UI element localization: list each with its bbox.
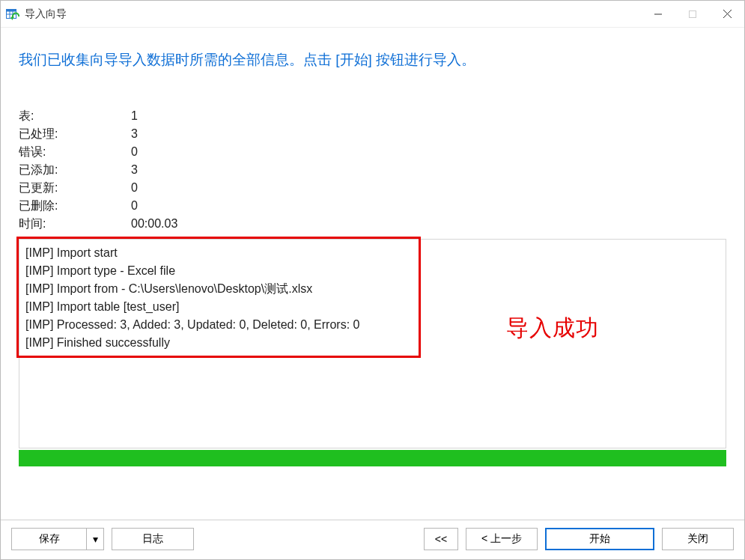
- stat-updated-label: 已更新:: [19, 179, 131, 197]
- svg-rect-7: [690, 10, 696, 17]
- window-title: 导入向导: [25, 7, 67, 21]
- import-wizard-window: 导入向导 我们已收集向导导入数据时所需的全部信息。点击 [开始] 按钮进行导入。…: [0, 0, 745, 560]
- start-button[interactable]: 开始: [545, 528, 654, 550]
- stat-added-label: 已添加:: [19, 161, 131, 179]
- stat-errors-value: 0: [131, 143, 138, 161]
- annotation-success-text: 导入成功: [506, 313, 599, 344]
- content-area: 我们已收集向导导入数据时所需的全部信息。点击 [开始] 按钮进行导入。 表: 1…: [1, 28, 744, 520]
- save-button-group: 保存 ▾: [11, 528, 104, 550]
- titlebar: 导入向导: [1, 1, 744, 28]
- progress-bar: [19, 450, 726, 466]
- button-bar: 保存 ▾ 日志 << < 上一步 开始 关闭: [1, 520, 744, 559]
- chevron-down-icon: ▾: [93, 533, 98, 545]
- minimize-button[interactable]: [641, 1, 675, 28]
- stat-processed-value: 3: [131, 125, 138, 143]
- stat-tables-value: 1: [131, 107, 138, 125]
- stat-updated-value: 0: [131, 179, 138, 197]
- close-button[interactable]: 关闭: [662, 528, 734, 550]
- window-controls: [641, 1, 744, 28]
- stat-errors-label: 错误:: [19, 143, 131, 161]
- stat-time-value: 00:00.03: [131, 215, 177, 233]
- maximize-button: [675, 1, 710, 28]
- instruction-text: 我们已收集向导导入数据时所需的全部信息。点击 [开始] 按钮进行导入。: [19, 50, 726, 70]
- log-panel: [IMP] Import start [IMP] Import type - E…: [19, 239, 726, 448]
- stat-tables-label: 表:: [19, 107, 131, 125]
- stat-deleted-value: 0: [131, 197, 138, 215]
- first-step-button[interactable]: <<: [424, 528, 458, 550]
- close-window-button[interactable]: [710, 1, 744, 28]
- import-stats: 表: 1 已处理: 3 错误: 0 已添加: 3 已更新: 0 已删除: 0: [19, 107, 726, 233]
- stat-processed-label: 已处理:: [19, 125, 131, 143]
- save-button[interactable]: 保存: [11, 528, 86, 550]
- prev-step-button[interactable]: < 上一步: [466, 528, 538, 550]
- table-import-icon: [5, 7, 20, 22]
- log-textarea[interactable]: [IMP] Import start [IMP] Import type - E…: [19, 240, 726, 448]
- svg-rect-1: [7, 9, 16, 11]
- save-dropdown-button[interactable]: ▾: [86, 528, 104, 550]
- stat-deleted-label: 已删除:: [19, 197, 131, 215]
- stat-added-value: 3: [131, 161, 138, 179]
- log-button[interactable]: 日志: [112, 528, 194, 550]
- stat-time-label: 时间:: [19, 215, 131, 233]
